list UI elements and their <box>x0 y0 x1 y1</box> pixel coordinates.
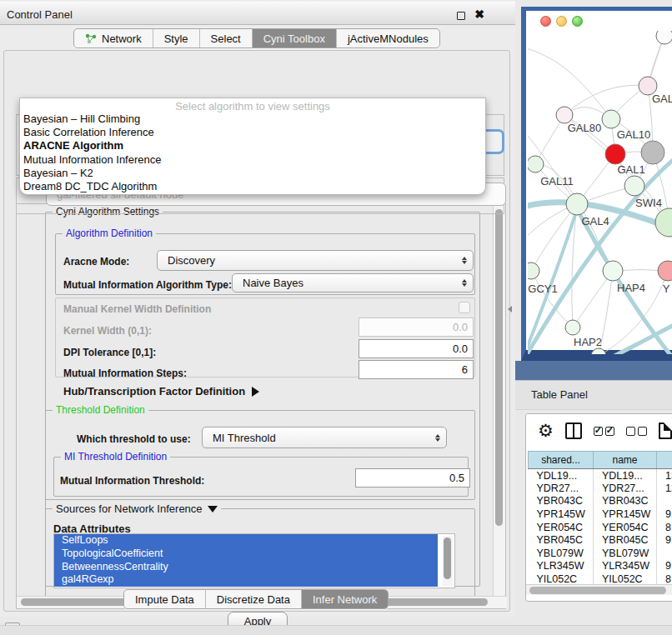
network-node[interactable] <box>565 320 580 335</box>
network-canvas[interactable]: GALGAL80GAL10GAL1GAL11SWI4GAL4GCY1HAP4YH… <box>528 31 672 354</box>
network-node[interactable] <box>591 348 606 354</box>
attribute-item-selected[interactable]: SelfLoops <box>54 534 438 548</box>
table-cell[interactable] <box>657 547 672 560</box>
table-column-header[interactable]: A <box>657 452 672 469</box>
tab-jactivemnodules[interactable]: jActiveMNodules <box>337 29 439 48</box>
table-header-row[interactable]: shared...nameA <box>529 452 672 469</box>
close-panel-icon[interactable]: ✖ <box>474 8 485 20</box>
network-node[interactable] <box>655 208 672 237</box>
table-row[interactable]: YER054CYER054C8. <box>529 521 672 534</box>
table-cell[interactable] <box>657 495 672 508</box>
table-row[interactable]: YLR345WYLR345W9. <box>529 560 672 573</box>
table-cell[interactable]: YPR145W <box>529 508 594 521</box>
table-cell[interactable]: YPR145W <box>594 508 657 521</box>
table-cell[interactable]: 9. <box>657 508 672 521</box>
export-table-icon[interactable] <box>659 422 672 439</box>
table-cell[interactable]: YBL079W <box>529 547 594 560</box>
network-node[interactable] <box>556 107 573 123</box>
attribute-list-scrollbar[interactable] <box>443 536 453 586</box>
table-row[interactable]: YDL19...YDL19...13 <box>529 469 672 482</box>
table-cell[interactable]: 9. <box>657 560 672 573</box>
table-cell[interactable]: YDL19... <box>594 469 657 482</box>
splitter-collapse-arrow[interactable] <box>508 306 512 312</box>
table-cell[interactable]: YDR27... <box>529 482 594 495</box>
network-node[interactable] <box>528 156 544 172</box>
tab-style[interactable]: Style <box>153 29 200 48</box>
mi-steps-field[interactable] <box>359 360 474 379</box>
attribute-item-selected[interactable]: BetweennessCentrality <box>54 561 438 574</box>
network-node[interactable] <box>602 110 620 128</box>
network-node[interactable] <box>641 141 664 164</box>
vertical-scrollbar-thumb[interactable] <box>495 209 503 526</box>
table-cell[interactable]: YDL19... <box>529 469 594 482</box>
tab-network[interactable]: Network <box>74 29 153 48</box>
attribute-item-selected[interactable]: gal4RGexp <box>54 573 438 587</box>
network-node[interactable] <box>656 31 672 44</box>
aracne-mode-combobox[interactable]: Discovery <box>157 250 474 271</box>
table-column-header[interactable]: shared... <box>529 452 594 469</box>
table-cell[interactable]: YLR345W <box>529 560 594 573</box>
hub-definition-toggle[interactable]: Hub/Transcription Factor Definition <box>63 385 259 398</box>
table-row[interactable]: YBR043CYBR043C <box>529 495 672 508</box>
which-threshold-combobox[interactable]: MI Threshold <box>202 427 447 448</box>
table-cell[interactable]: 9. <box>657 533 672 547</box>
table-cell[interactable]: 12 <box>657 482 672 495</box>
attribute-item-selected[interactable]: TopologicalCoefficient <box>54 548 438 561</box>
network-node[interactable] <box>658 261 672 281</box>
column-layout-icon[interactable] <box>565 422 582 439</box>
network-node[interactable] <box>605 144 625 164</box>
table-cell[interactable]: YBR043C <box>594 495 657 508</box>
dpi-tolerance-field[interactable] <box>359 339 474 358</box>
float-panel-icon[interactable] <box>457 12 465 20</box>
window-zoom-button[interactable] <box>572 16 583 27</box>
network-node[interactable] <box>624 176 644 196</box>
tab-select[interactable]: Select <box>200 29 253 48</box>
tab-infer-network[interactable]: Infer Network <box>302 590 388 608</box>
table-cell[interactable]: YER054C <box>529 521 594 534</box>
table-column-header[interactable]: name <box>594 452 657 469</box>
window-close-button[interactable] <box>540 16 551 27</box>
algorithm-option[interactable]: Dream8 DC_TDC Algorithm <box>20 180 485 193</box>
network-node[interactable] <box>528 262 539 279</box>
data-attributes-list[interactable]: SelfLoops TopologicalCoefficient Between… <box>53 533 455 588</box>
algorithm-option[interactable]: Basic Correlation Inference <box>20 126 485 139</box>
table-cell[interactable]: 8. <box>657 521 672 534</box>
network-node[interactable] <box>603 261 623 281</box>
table-cell[interactable]: YER054C <box>594 521 657 534</box>
algorithm-option[interactable]: Bayesian – Hill Climbing <box>20 112 485 126</box>
network-node[interactable] <box>566 193 588 215</box>
table-cell[interactable]: YBL079W <box>594 547 657 560</box>
table-row[interactable]: YBR045CYBR045C9. <box>529 533 672 547</box>
deselect-all-columns-icon[interactable] <box>626 427 647 436</box>
table-row[interactable]: YPR145WYPR145W9. <box>529 508 672 521</box>
algorithm-option-selected[interactable]: ARACNE Algorithm <box>20 139 485 152</box>
node-table[interactable]: shared...nameA YDL19...YDL19...13YDR27..… <box>528 451 672 586</box>
manual-kernel-width-checkbox[interactable] <box>459 302 470 313</box>
settings-scroll-pane: Cyni Algorithm Settings Algorithm Defini… <box>16 203 506 609</box>
window-minimize-button[interactable] <box>556 16 567 27</box>
select-all-columns-icon[interactable] <box>594 427 614 436</box>
table-cell[interactable]: YBR045C <box>529 533 594 547</box>
algorithm-dropdown-popup: Select algorithm to view settings Bayesi… <box>19 98 486 195</box>
combobox-arrows-icon <box>435 428 440 448</box>
collapsed-arrow-icon[interactable] <box>252 387 259 397</box>
table-row[interactable]: YDR27...YDR27...12 <box>529 482 672 495</box>
table-settings-gear-icon[interactable]: ⚙ <box>538 422 554 439</box>
settings-vertical-scrollbar[interactable] <box>493 204 505 596</box>
table-horizontal-scrollbar[interactable] <box>526 584 672 595</box>
table-cell[interactable]: 13 <box>657 469 672 482</box>
table-row[interactable]: YBL079WYBL079W <box>529 547 672 560</box>
algorithm-option[interactable]: Bayesian – K2 <box>20 167 485 180</box>
table-cell[interactable]: YBR043C <box>529 495 594 508</box>
table-cell[interactable]: YBR045C <box>594 533 657 547</box>
table-cell[interactable]: YLR345W <box>594 560 657 573</box>
mi-threshold-field[interactable] <box>355 468 470 488</box>
tab-impute-data[interactable]: Impute Data <box>124 590 206 608</box>
mi-algorithm-type-combobox[interactable]: Naive Bayes <box>232 273 474 292</box>
algorithm-option[interactable]: Mutual Information Inference <box>20 153 485 167</box>
expanded-arrow-icon[interactable] <box>208 506 218 512</box>
network-view-window[interactable]: GALGAL80GAL10GAL1GAL11SWI4GAL4GCY1HAP4YH… <box>521 7 672 361</box>
tab-cyni-toolbox[interactable]: Cyni Toolbox <box>253 29 337 48</box>
table-cell[interactable]: YDR27... <box>594 482 657 495</box>
tab-discretize-data[interactable]: Discretize Data <box>206 590 302 608</box>
